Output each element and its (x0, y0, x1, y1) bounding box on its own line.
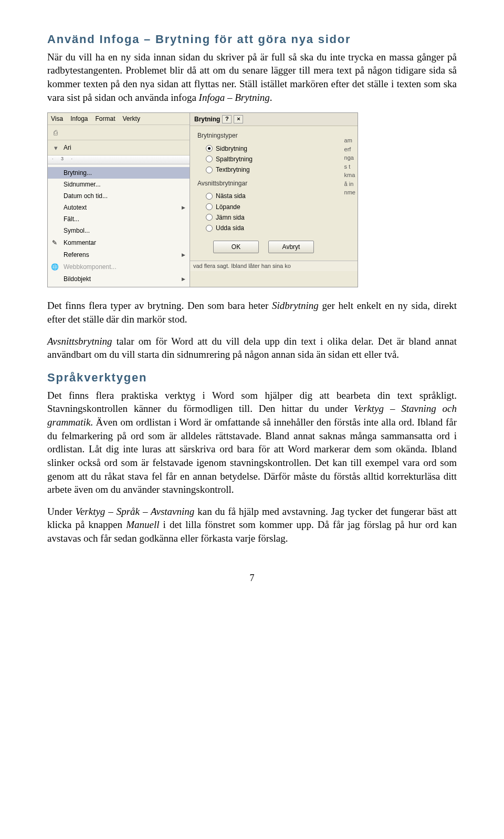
group-section-breaks: Avsnittsbrytningar (197, 179, 350, 188)
radio-icon (206, 193, 213, 200)
print-icon[interactable]: ⎙ (51, 128, 60, 137)
spellcheck-paragraph: Det finns flera praktiska verktyg i Word… (47, 389, 457, 496)
menu-item-kommentar[interactable]: ✎ Kommentar (48, 236, 190, 249)
menu-item-label: Datum och tid... (64, 193, 108, 199)
radio-icon (206, 167, 213, 173)
toolbar-row-2: ▾ Ari (48, 140, 190, 156)
menu-item-label: Fält... (64, 216, 79, 222)
radio-icon (206, 145, 213, 152)
term-avsnittsbrytning: Avsnittsbrytning (47, 336, 112, 347)
menu-item-label: Bildobjekt (64, 276, 91, 282)
menu-item-webbkomponent: 🌐 Webbkomponent... (48, 261, 190, 273)
radio-label: Textbrytning (216, 165, 250, 174)
menu-item-label: Brytning... (64, 170, 92, 176)
heading-insert-break: Använd Infoga – Brytning för att göra ny… (47, 32, 457, 47)
dialog-button-row: OK Avbryt (197, 241, 350, 253)
dropdown-icon[interactable]: ▾ (51, 143, 60, 152)
close-button[interactable]: × (234, 115, 243, 123)
app-left-panel: Visa Infoga Format Verkty ⎙ ▾ Ari · 3 · … (48, 113, 190, 287)
menu-item-bildobjekt[interactable]: Bildobjekt ▶ (48, 273, 190, 285)
radio-textbrytning[interactable]: Textbrytning (197, 164, 350, 175)
term-sidbrytning: Sidbrytning (272, 300, 319, 311)
menu-item-label: Referens (64, 252, 89, 258)
text: . Även om ordlistan i Word är omfattande… (47, 417, 457, 495)
menu-verktyg[interactable]: Verkty (123, 115, 140, 123)
heading-sprakverktygen: Språkverktygen (47, 370, 457, 386)
sidbrytning-paragraph: Det finns flera typer av brytning. Den s… (47, 299, 457, 326)
cancel-button[interactable]: Avbryt (268, 241, 314, 253)
radio-label: Jämn sida (216, 213, 245, 222)
hyphenation-paragraph: Under Verktyg – Språk – Avstavning kan d… (47, 505, 457, 545)
menu-item-datum[interactable]: Datum och tid... (48, 190, 190, 202)
horizontal-ruler: · 3 · (48, 156, 190, 164)
font-name-field[interactable]: Ari (64, 143, 71, 152)
radio-label: Udda sida (216, 224, 244, 232)
radio-nasta-sida[interactable]: Nästa sida (197, 191, 350, 201)
menu-visa[interactable]: Visa (51, 115, 63, 123)
menu-item-falt[interactable]: Fält... (48, 213, 190, 225)
text: Det finns flera typer av brytning. Den s… (47, 300, 272, 311)
radio-icon (206, 225, 213, 232)
ok-button[interactable]: OK (213, 241, 259, 253)
submenu-arrow-icon: ▶ (182, 277, 185, 282)
dialog-titlebar: Brytning ? × (190, 113, 358, 126)
radio-lopande[interactable]: Löpande (197, 202, 350, 212)
menu-item-autotext[interactable]: Autotext ▶ (48, 202, 190, 213)
group-break-types: Brytningstyper (197, 131, 350, 140)
radio-icon (206, 156, 213, 162)
menu-infoga[interactable]: Infoga (70, 115, 88, 123)
radio-label: Nästa sida (216, 192, 246, 200)
menu-item-label: Autotext (64, 204, 87, 211)
break-dialog: am erf nga s t kma å in nme Brytning ? ×… (190, 113, 358, 287)
radio-label: Sidbrytning (216, 144, 247, 153)
radio-icon (206, 203, 213, 210)
menu-item-referens[interactable]: Referens ▶ (48, 249, 190, 261)
menu-item-label: Webbkomponent... (64, 264, 117, 270)
intro-menu-path: Infoga – Brytning (199, 92, 270, 103)
menu-bar: Visa Infoga Format Verkty (48, 113, 190, 125)
submenu-arrow-icon: ▶ (182, 253, 185, 257)
menu-path-avstavning: Verktyg – Språk – Avstavning (75, 506, 194, 517)
toolbar-row-1: ⎙ (48, 125, 190, 140)
submenu-arrow-icon: ▶ (182, 205, 185, 210)
dialog-body: Brytningstyper Sidbrytning Spaltbrytning… (190, 126, 358, 261)
radio-label: Löpande (216, 203, 240, 211)
button-name-manuell: Manuell (126, 519, 159, 530)
avsnittsbrytning-paragraph: Avsnittsbrytning talar om för Word att d… (47, 335, 457, 361)
radio-icon (206, 214, 213, 221)
menu-item-brytning[interactable]: Brytning... (48, 167, 190, 179)
text: Under (47, 506, 75, 517)
menu-format[interactable]: Format (96, 115, 116, 123)
menu-item-label: Kommentar (64, 240, 96, 246)
menu-item-sidnummer[interactable]: Sidnummer... (48, 179, 190, 190)
dialog-title-text: Brytning (194, 115, 220, 123)
page-number: 7 (47, 572, 457, 584)
radio-label: Spaltbrytning (216, 155, 253, 163)
comment-icon: ✎ (51, 239, 58, 246)
radio-spaltbrytning[interactable]: Spaltbrytning (197, 154, 350, 164)
radio-udda-sida[interactable]: Udda sida (197, 223, 350, 233)
radio-jamn-sida[interactable]: Jämn sida (197, 212, 350, 223)
intro-paragraph: När du vill ha en ny sida innan sidan du… (47, 50, 457, 105)
insert-menu-dropdown: Brytning... Sidnummer... Datum och tid..… (48, 164, 190, 287)
document-visible-line: vad flera sagt. Ibland låter han sina ko (190, 261, 358, 271)
help-button[interactable]: ? (222, 115, 232, 123)
screenshot-figure: Visa Infoga Format Verkty ⎙ ▾ Ari · 3 · … (47, 112, 358, 287)
menu-item-symbol[interactable]: Symbol... (48, 225, 190, 236)
globe-icon: 🌐 (51, 263, 58, 271)
intro-end: . (270, 92, 272, 103)
menu-item-label: Symbol... (64, 227, 90, 234)
menu-item-label: Sidnummer... (64, 181, 101, 188)
radio-sidbrytning[interactable]: Sidbrytning (197, 143, 350, 154)
